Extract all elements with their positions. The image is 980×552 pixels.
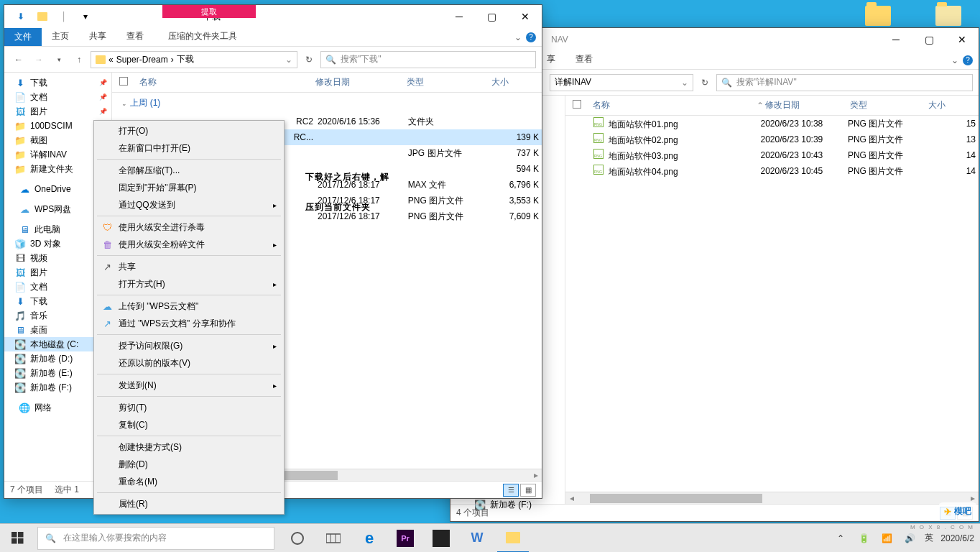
col-date[interactable]: 修改日期 bbox=[315, 76, 407, 88]
nav-icon: 💽 bbox=[14, 367, 26, 379]
view-icons-button[interactable]: ▦ bbox=[520, 484, 536, 497]
nav-icon: 📁 bbox=[14, 149, 26, 160]
cortana-icon[interactable] bbox=[282, 524, 313, 553]
col-date[interactable]: 修改日期 bbox=[765, 99, 850, 111]
group-header[interactable]: ⌄ 上周 (1) bbox=[112, 93, 542, 114]
file-tab[interactable]: 文件 bbox=[4, 28, 42, 46]
wps-icon[interactable]: W bbox=[461, 524, 493, 553]
maximize-button[interactable]: ▢ bbox=[912, 28, 946, 51]
wifi-icon[interactable]: 📶 bbox=[879, 530, 895, 546]
context-menu-item[interactable]: 在新窗口中打开(E) bbox=[96, 139, 282, 157]
close-button[interactable]: ✕ bbox=[509, 5, 542, 28]
context-menu-item[interactable]: 复制(C) bbox=[96, 416, 282, 433]
nav-item-drive-f-back[interactable]: 💽新加卷 (F:) bbox=[474, 499, 532, 511]
svg-rect-3 bbox=[18, 538, 24, 544]
view-details-button[interactable]: ☰ bbox=[503, 484, 519, 497]
ribbon-tab-compressed[interactable]: 压缩的文件夹工具 bbox=[158, 28, 247, 46]
context-menu-item[interactable]: ↗共享 bbox=[96, 258, 282, 275]
qat-divider-icon: │ bbox=[57, 10, 70, 23]
file-row[interactable]: 地面站软件04.png2020/6/23 10:45PNG 图片文件14 bbox=[565, 163, 979, 179]
col-type[interactable]: 类型 bbox=[850, 99, 928, 111]
address-dropdown-icon[interactable]: ⌄ bbox=[681, 78, 688, 88]
context-menu-item[interactable]: 发送到(N) bbox=[96, 377, 282, 394]
context-menu-item[interactable]: 创建快捷方式(S) bbox=[96, 438, 282, 456]
svg-rect-4 bbox=[326, 534, 341, 543]
app-dark-icon[interactable] bbox=[425, 524, 457, 553]
nav-item[interactable]: 📄文档 bbox=[4, 90, 111, 104]
file-row[interactable]: 地面站软件01.png2020/6/23 10:38PNG 图片文件15 bbox=[565, 116, 979, 132]
help-icon[interactable]: ? bbox=[526, 32, 536, 42]
taskbar-search[interactable]: 🔍 在这里输入你要搜索的内容 bbox=[37, 527, 274, 550]
edge-icon[interactable]: e bbox=[353, 524, 385, 553]
qat-dropdown-icon[interactable]: ▾ bbox=[79, 10, 92, 23]
search-box[interactable]: 🔍 搜索"下载" bbox=[320, 51, 536, 68]
up-button[interactable]: ↑ bbox=[70, 51, 88, 68]
select-all-checkbox[interactable] bbox=[573, 100, 581, 109]
nav-icon: 💽 bbox=[14, 339, 26, 350]
context-menu-item[interactable]: 属性(R) bbox=[96, 495, 282, 512]
ribbon-tab-view[interactable]: 查看 bbox=[565, 51, 603, 69]
col-size[interactable]: 大小 bbox=[491, 76, 542, 88]
context-menu-item[interactable]: 🛡使用火绒安全进行杀毒 bbox=[96, 218, 282, 236]
ime-indicator[interactable]: 英 bbox=[925, 532, 933, 544]
watermark-url: M O X 8 . C O M bbox=[910, 524, 974, 530]
file-row[interactable]: 地面站软件02.png2020/6/23 10:39PNG 图片文件13 bbox=[565, 132, 979, 147]
context-menu-item[interactable]: ☁上传到 "WPS云文档" bbox=[96, 298, 282, 315]
down-arrow-icon[interactable]: ⬇ bbox=[14, 10, 27, 23]
folder-icon[interactable] bbox=[36, 10, 49, 23]
search-box[interactable]: 🔍 搜索"详解INAV" bbox=[716, 74, 973, 91]
search-icon: 🔍 bbox=[721, 78, 732, 88]
nav-icon: 🌐 bbox=[19, 402, 30, 413]
ribbon-tab-view[interactable]: 查看 bbox=[116, 28, 154, 46]
context-menu-item[interactable]: 重命名(M) bbox=[96, 473, 282, 490]
scrollbar-horizontal[interactable]: ◂ ▸ bbox=[565, 492, 979, 504]
context-menu-item[interactable]: ↗通过 "WPS云文档" 分享和协作 bbox=[96, 315, 282, 332]
address-bar[interactable]: 详解INAV ⌄ bbox=[550, 74, 693, 91]
taskview-icon[interactable] bbox=[318, 524, 349, 553]
premiere-icon[interactable]: Pr bbox=[389, 524, 421, 553]
annotation-text: 下载好之后右键，解 压到当前文件夹 bbox=[305, 162, 389, 222]
col-name[interactable]: 名称 bbox=[135, 76, 315, 88]
file-row[interactable]: 地面站软件03.png2020/6/23 10:43PNG 图片文件14 bbox=[565, 147, 979, 163]
ribbon-tab-home[interactable]: 主页 bbox=[42, 28, 79, 46]
context-menu-item[interactable]: 🗑使用火绒安全粉碎文件 bbox=[96, 236, 282, 253]
tray-expand-icon[interactable]: ⌃ bbox=[833, 530, 849, 546]
minimize-button[interactable]: ─ bbox=[879, 28, 912, 51]
col-type[interactable]: 类型 bbox=[407, 76, 491, 88]
col-name[interactable]: 名称 bbox=[588, 99, 757, 111]
refresh-button[interactable]: ↻ bbox=[300, 51, 318, 68]
ribbon-expand-icon[interactable]: ⌄ bbox=[514, 32, 522, 42]
refresh-button[interactable]: ↻ bbox=[696, 74, 713, 91]
clock[interactable]: 2020/6/2 bbox=[940, 533, 974, 543]
nav-item[interactable]: ⬇下载 bbox=[4, 75, 111, 90]
context-menu-item[interactable]: 授予访问权限(G) bbox=[96, 337, 282, 354]
forward-button[interactable]: → bbox=[30, 51, 47, 68]
context-menu-item[interactable]: 固定到"开始"屏幕(P) bbox=[96, 179, 282, 196]
ribbon-expand-icon[interactable]: ⌄ bbox=[951, 55, 958, 65]
explorer-icon[interactable] bbox=[497, 524, 529, 553]
menu-item-icon: 🗑 bbox=[101, 239, 113, 250]
volume-icon[interactable]: 🔊 bbox=[902, 530, 917, 546]
context-menu-item[interactable]: 剪切(T) bbox=[96, 399, 282, 416]
maximize-button[interactable]: ▢ bbox=[476, 5, 509, 28]
context-menu-item[interactable]: 还原以前的版本(V) bbox=[96, 354, 282, 372]
context-menu-item[interactable]: 打开(O) bbox=[96, 122, 282, 139]
nav-icon: 🧊 bbox=[14, 238, 26, 249]
context-menu-item[interactable]: 通过QQ发送到 bbox=[96, 196, 282, 213]
context-menu-item[interactable]: 打开方式(H) bbox=[96, 275, 282, 293]
context-menu-item[interactable]: 全部解压缩(T)... bbox=[96, 162, 282, 179]
close-button[interactable]: ✕ bbox=[946, 28, 979, 51]
context-menu-item[interactable]: 删除(D) bbox=[96, 456, 282, 473]
address-bar[interactable]: « Super-Dream › 下载 ⌄ bbox=[91, 51, 297, 68]
ribbon-tab-share[interactable]: 共享 bbox=[79, 28, 116, 46]
select-all-checkbox[interactable] bbox=[119, 77, 128, 86]
back-button[interactable]: ← bbox=[10, 51, 27, 68]
start-button[interactable] bbox=[0, 524, 34, 553]
help-icon[interactable]: ? bbox=[963, 55, 973, 65]
recent-dropdown-icon[interactable]: ▾ bbox=[50, 51, 68, 68]
battery-icon[interactable]: 🔋 bbox=[856, 530, 872, 546]
nav-item[interactable]: 🖼图片 bbox=[4, 104, 111, 119]
col-size[interactable]: 大小 bbox=[928, 99, 979, 111]
address-dropdown-icon[interactable]: ⌄ bbox=[285, 55, 292, 65]
minimize-button[interactable]: ─ bbox=[443, 5, 476, 28]
